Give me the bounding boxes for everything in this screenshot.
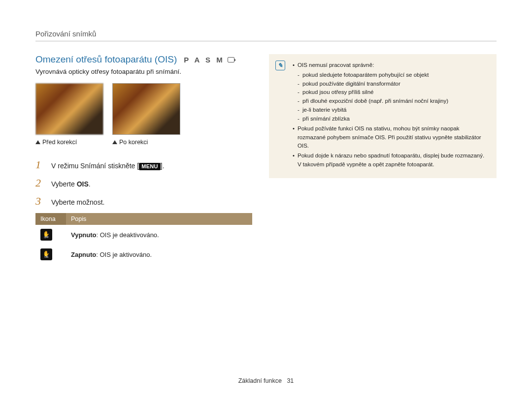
video-mode-icon (228, 57, 234, 62)
note-sub-item: pokud sledujete fotoaparátem pohybující … (298, 71, 489, 80)
options-table: Ikona Popis OFF Vypnuto: OIS je deaktivo… (35, 213, 252, 264)
option-name: Vypnuto (71, 231, 97, 239)
info-note-box: ✎ OIS nemusí pracovat správně: pokud sle… (269, 54, 497, 178)
breadcrumb: Pořizování snímků (35, 30, 497, 41)
note-sub-item: při snímání zblízka (298, 115, 489, 123)
table-row: OIS Zapnuto: OIS je aktivováno. (35, 245, 252, 264)
heading-row: Omezení otřesů fotoaparátu (OIS) P A S M (35, 54, 252, 65)
footer-section: Základní funkce (238, 377, 282, 384)
note-sub-item: při dlouhé expoziční době (např. při sní… (298, 97, 489, 106)
note-item: OIS nemusí pracovat správně: pokud sledu… (293, 61, 489, 123)
before-after-images (35, 83, 252, 135)
option-name: Zapnuto (71, 251, 96, 258)
image-before-correction (35, 83, 103, 135)
note-sub-item: pokud používáte digitální transformátor (298, 80, 489, 89)
step-number: 2 (35, 177, 44, 189)
note-sub-item: je-li baterie vybitá (298, 106, 489, 115)
icon-sub-label: OIS (44, 256, 48, 258)
step-number: 1 (35, 158, 44, 171)
mode-letters: P A S M (184, 56, 224, 64)
right-column: ✎ OIS nemusí pracovat správně: pokud sle… (269, 54, 497, 178)
col-desc-header: Popis (66, 213, 252, 225)
caption-before-text: Před korekcí (42, 139, 77, 146)
caption-after: Po korekci (112, 139, 180, 146)
page-footer: Základní funkce 31 (0, 377, 532, 384)
step-3-text: Vyberte možnost. (51, 198, 104, 206)
step-number: 3 (35, 195, 44, 208)
step-2-text-post: . (89, 180, 91, 188)
step-2-text-pre: Vyberte (51, 180, 77, 188)
note-item: Pokud požíváte funkci OIS na stativu, mo… (293, 124, 489, 151)
caption-after-text: Po korekci (119, 139, 148, 146)
triangle-up-icon (112, 140, 117, 144)
table-row: OFF Vypnuto: OIS je deaktivováno. (35, 225, 252, 245)
left-column: Omezení otřesů fotoaparátu (OIS) P A S M… (35, 54, 252, 264)
mode-indicators: P A S M (184, 56, 234, 64)
col-icon-header: Ikona (35, 213, 66, 225)
note-lead: OIS nemusí pracovat správně: (298, 62, 374, 68)
step-1-text-post: ]. (161, 162, 165, 170)
step-1: 1 V režimu Snímání stiskněte [MENU]. (35, 158, 252, 171)
page-title: Omezení otřesů fotoaparátu (OIS) (35, 54, 177, 65)
menu-button-chip: MENU (139, 163, 161, 170)
icon-sub-label: OFF (44, 236, 48, 239)
footer-page-number: 31 (287, 377, 294, 384)
note-item: Pokud dojde k nárazu nebo spadnutí fotoa… (293, 152, 489, 169)
steps-list: 1 V režimu Snímání stiskněte [MENU]. 2 V… (35, 158, 252, 208)
option-desc: : OIS je aktivováno. (96, 251, 152, 258)
step-3: 3 Vyberte možnost. (35, 195, 252, 208)
ois-off-icon: OFF (40, 229, 52, 241)
caption-before: Před korekcí (35, 139, 103, 146)
option-desc: : OIS je deaktivováno. (97, 231, 159, 239)
two-column-layout: Omezení otřesů fotoaparátu (OIS) P A S M… (35, 54, 497, 264)
step-2-bold: OIS (77, 180, 89, 188)
subheading: Vyrovnává opticky otřesy fotoaparátu při… (35, 68, 252, 75)
info-icon: ✎ (275, 61, 285, 70)
note-sub-item: pokud jsou otřesy příliš silné (298, 88, 489, 97)
ois-on-icon: OIS (40, 248, 52, 260)
image-captions: Před korekcí Po korekci (35, 139, 252, 146)
triangle-up-icon (35, 140, 40, 144)
image-after-correction (112, 83, 180, 135)
step-2: 2 Vyberte OIS. (35, 177, 252, 189)
step-1-text-pre: V režimu Snímání stiskněte [ (51, 162, 139, 170)
